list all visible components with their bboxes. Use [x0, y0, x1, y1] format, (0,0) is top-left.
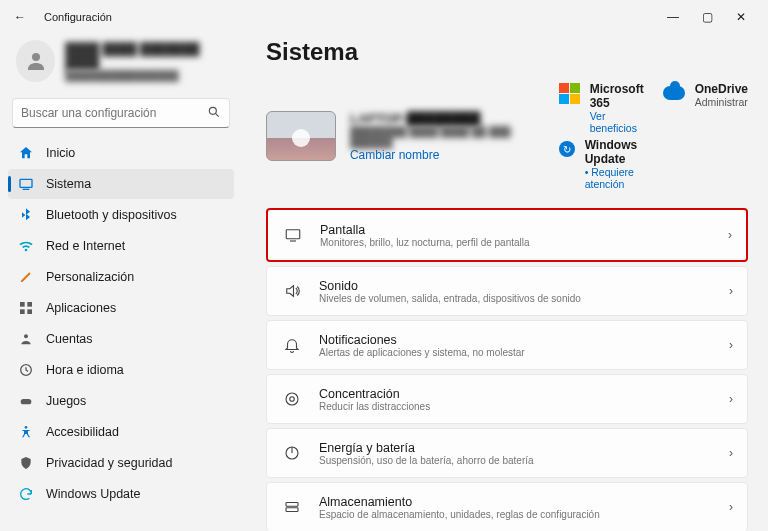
svg-point-12: [25, 426, 28, 429]
maximize-button[interactable]: ▢: [690, 10, 724, 24]
account-block[interactable]: ████ ████ ███████ ████ ████████████████: [8, 34, 234, 94]
sidebar-item-accesibilidad[interactable]: Accesibilidad: [8, 417, 234, 447]
chevron-right-icon: ›: [729, 500, 733, 514]
accounts-icon: [18, 331, 34, 347]
sidebar-item-sistema[interactable]: Sistema: [8, 169, 234, 199]
tile-desc: Administrar: [695, 96, 748, 108]
sidebar-item-label: Juegos: [46, 394, 86, 408]
row-title: Notificaciones: [319, 333, 525, 347]
sidebar-item-label: Personalización: [46, 270, 134, 284]
wifi-icon: [18, 238, 34, 254]
update-dot-icon: ↻: [559, 138, 575, 160]
row-notificaciones[interactable]: NotificacionesAlertas de aplicaciones y …: [266, 320, 748, 370]
row-desc: Alertas de aplicaciones y sistema, no mo…: [319, 347, 525, 358]
person-icon: [24, 49, 48, 73]
svg-rect-3: [20, 179, 32, 187]
close-button[interactable]: ✕: [724, 10, 758, 24]
sidebar-item-red[interactable]: Red e Internet: [8, 231, 234, 261]
ms-logo-icon: [559, 82, 580, 104]
tile-title: Windows Update: [585, 138, 645, 166]
sidebar-item-label: Privacidad y seguridad: [46, 456, 172, 470]
shield-icon: [18, 455, 34, 471]
svg-point-1: [209, 107, 216, 114]
apps-icon: [18, 300, 34, 316]
svg-rect-13: [286, 230, 300, 239]
chevron-right-icon: ›: [729, 446, 733, 460]
chevron-right-icon: ›: [729, 392, 733, 406]
sidebar-item-label: Windows Update: [46, 487, 141, 501]
row-pantalla[interactable]: PantallaMonitores, brillo, luz nocturna,…: [266, 208, 748, 262]
row-desc: Niveles de volumen, salida, entrada, dis…: [319, 293, 581, 304]
chevron-right-icon: ›: [728, 228, 732, 242]
sidebar-item-label: Aplicaciones: [46, 301, 116, 315]
brush-icon: [18, 269, 34, 285]
accessibility-icon: [18, 424, 34, 440]
sidebar-item-windows-update[interactable]: Windows Update: [8, 479, 234, 509]
row-desc: Monitores, brillo, luz nocturna, perfil …: [320, 237, 530, 248]
quick-tiles: Microsoft 365Ver beneficios OneDriveAdmi…: [559, 82, 748, 190]
row-desc: Espacio de almacenamiento, unidades, reg…: [319, 509, 600, 520]
account-name: ████ ████ ███████ ████: [65, 42, 226, 70]
back-button[interactable]: ←: [10, 10, 30, 24]
sidebar-item-juegos[interactable]: Juegos: [8, 386, 234, 416]
tile-desc: Ver beneficios: [590, 110, 645, 134]
row-sonido[interactable]: SonidoNiveles de volumen, salida, entrad…: [266, 266, 748, 316]
sidebar-item-aplicaciones[interactable]: Aplicaciones: [8, 293, 234, 323]
sidebar-item-label: Hora e idioma: [46, 363, 124, 377]
device-name: LAPTOP-████████: [350, 111, 545, 126]
svg-rect-20: [286, 508, 298, 512]
top-row: LAPTOP-████████ ████████ ████ ████ ██-██…: [266, 82, 748, 190]
sidebar-item-personalizacion[interactable]: Personalización: [8, 262, 234, 292]
row-title: Pantalla: [320, 223, 530, 237]
display-icon: [282, 226, 304, 244]
sidebar: ████ ████ ███████ ████ ████████████████ …: [0, 34, 242, 531]
sidebar-item-privacidad[interactable]: Privacidad y seguridad: [8, 448, 234, 478]
tile-desc: Requiere atención: [585, 166, 645, 190]
search-box[interactable]: [12, 98, 230, 128]
svg-rect-7: [20, 309, 25, 314]
sound-icon: [281, 282, 303, 300]
svg-line-2: [215, 113, 218, 116]
tile-onedrive[interactable]: OneDriveAdministrar: [663, 82, 748, 134]
sidebar-item-cuentas[interactable]: Cuentas: [8, 324, 234, 354]
row-desc: Reducir las distracciones: [319, 401, 430, 412]
settings-list: PantallaMonitores, brillo, luz nocturna,…: [266, 208, 748, 531]
power-icon: [281, 444, 303, 462]
svg-rect-19: [286, 503, 298, 507]
tile-m365[interactable]: Microsoft 365Ver beneficios: [559, 82, 645, 134]
avatar: [16, 40, 55, 82]
device-info: LAPTOP-████████ ████████ ████ ████ ██-██…: [266, 82, 545, 190]
focus-icon: [281, 390, 303, 408]
svg-point-0: [32, 53, 40, 61]
sidebar-item-label: Red e Internet: [46, 239, 125, 253]
row-concentracion[interactable]: ConcentraciónReducir las distracciones ›: [266, 374, 748, 424]
sidebar-item-hora[interactable]: Hora e idioma: [8, 355, 234, 385]
wallpaper-thumb: [266, 111, 336, 161]
row-title: Sonido: [319, 279, 581, 293]
row-energia[interactable]: Energía y bateríaSuspensión, uso de la b…: [266, 428, 748, 478]
update-icon: [18, 486, 34, 502]
rename-link[interactable]: Cambiar nombre: [350, 148, 545, 162]
sidebar-item-bluetooth[interactable]: Bluetooth y dispositivos: [8, 200, 234, 230]
row-title: Concentración: [319, 387, 430, 401]
tile-windows-update[interactable]: ↻ Windows UpdateRequiere atención: [559, 138, 645, 190]
svg-rect-11: [21, 399, 32, 404]
sidebar-item-inicio[interactable]: Inicio: [8, 138, 234, 168]
svg-point-9: [24, 334, 28, 338]
search-icon: [207, 105, 221, 122]
page-title: Sistema: [266, 38, 748, 66]
svg-rect-8: [27, 309, 32, 314]
gaming-icon: [18, 393, 34, 409]
row-title: Energía y batería: [319, 441, 534, 455]
row-title: Almacenamiento: [319, 495, 600, 509]
bell-icon: [281, 336, 303, 354]
storage-icon: [281, 498, 303, 516]
bluetooth-icon: [18, 207, 34, 223]
tile-title: OneDrive: [695, 82, 748, 96]
device-meta: ████████ ████ ████ ██-███-██████: [350, 126, 545, 148]
minimize-button[interactable]: —: [656, 10, 690, 24]
chevron-right-icon: ›: [729, 284, 733, 298]
row-almacenamiento[interactable]: AlmacenamientoEspacio de almacenamiento,…: [266, 482, 748, 531]
sidebar-item-label: Cuentas: [46, 332, 93, 346]
search-input[interactable]: [21, 106, 207, 120]
